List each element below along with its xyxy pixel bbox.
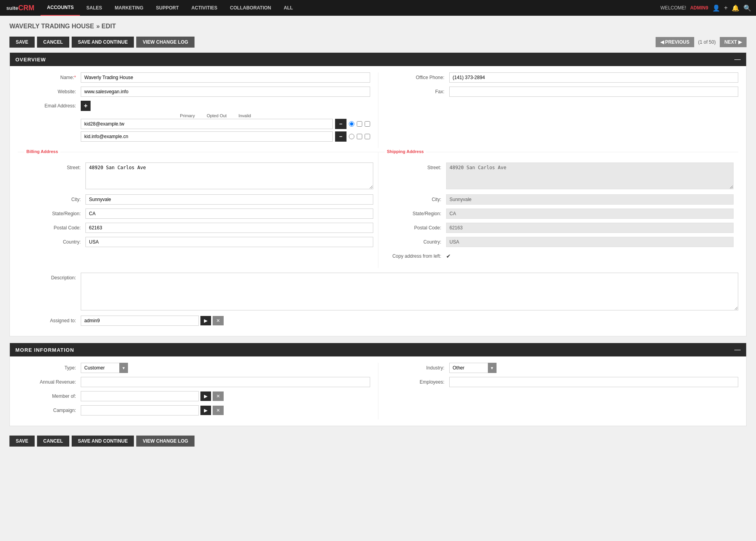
billing-city-label: City: [22, 194, 85, 202]
email-label: Email Address: [18, 101, 81, 109]
remove-email1-button[interactable]: − [335, 119, 346, 129]
email-col-invalid: Invalid [239, 113, 251, 118]
shipping-city-row: City: [383, 194, 734, 205]
copy-address-row: Copy address from left: ✔ [383, 251, 734, 259]
toolbar-buttons-bottom: SAVE CANCEL SAVE AND CONTINUE VIEW CHANG… [9, 436, 195, 447]
office-phone-input[interactable] [449, 72, 739, 83]
billing-city-input[interactable] [85, 194, 373, 205]
cancel-button-top[interactable]: CANCEL [37, 37, 69, 48]
next-button[interactable]: NEXT ▶ [720, 37, 747, 47]
campaign-clear-button[interactable]: ✕ [213, 406, 224, 415]
save-button-top[interactable]: SAVE [9, 37, 35, 48]
shipping-city-input[interactable] [446, 194, 734, 205]
description-input[interactable] [81, 273, 738, 310]
email2-invalid-checkbox[interactable] [365, 134, 370, 139]
member-of-input-row: ▶ ✕ [81, 391, 370, 401]
logo-suite: suite [6, 5, 18, 11]
remove-email2-button[interactable]: − [335, 131, 346, 142]
nav-admin-text[interactable]: ADMIN9 [690, 5, 708, 11]
member-of-clear-button[interactable]: ✕ [213, 391, 224, 401]
shipping-address-col: Shipping Address Street: 48920 San Carlo… [378, 152, 739, 268]
nav-collaboration[interactable]: COLLABORATION [224, 0, 277, 16]
save-button-bottom[interactable]: SAVE [9, 436, 35, 447]
shipping-postal-row: Postal Code: [383, 223, 734, 233]
name-input[interactable] [81, 72, 370, 83]
member-of-input[interactable] [81, 391, 199, 401]
cancel-button-bottom[interactable]: CANCEL [37, 436, 69, 447]
view-changelog-button-bottom[interactable]: VIEW CHANGE LOG [136, 436, 194, 447]
type-select[interactable]: Customer Analyst Competitor Integrator I… [81, 363, 128, 373]
member-of-select-button[interactable]: ▶ [200, 391, 211, 401]
user-icon[interactable]: 👤 [712, 4, 720, 12]
overview-two-col: Name:* Website: Email Addres [18, 72, 738, 148]
fax-input[interactable] [449, 87, 739, 97]
overview-minimize-button[interactable]: — [734, 56, 741, 63]
more-info-minimize-button[interactable]: — [734, 346, 741, 353]
shipping-state-input[interactable] [446, 209, 734, 219]
email-col-optedout: Opted Out [207, 113, 227, 118]
member-of-label: Member of: [18, 391, 81, 399]
email2-input[interactable] [81, 131, 333, 142]
nav-activities[interactable]: ACTIVITIES [185, 0, 224, 16]
page-info: (1 of 50) [696, 39, 718, 45]
save-continue-button-bottom[interactable]: SAVE AND CONTINUE [72, 436, 134, 447]
shipping-postal-input[interactable] [446, 223, 734, 233]
copy-address-check-icon: ✔ [446, 253, 451, 259]
page-account-name: WAVERLY TRADING HOUSE [9, 23, 94, 30]
more-info-right-col: Industry: Other Technology Finance Healt… [378, 363, 739, 419]
shipping-street-label: Street: [383, 162, 446, 170]
billing-city-row: City: [22, 194, 373, 205]
email1-optedout-checkbox[interactable] [357, 121, 362, 127]
overview-left-col: Name:* Website: Email Addres [18, 72, 378, 148]
logo[interactable]: suite CRM [0, 4, 41, 12]
nav-all[interactable]: ALL [278, 0, 299, 16]
nav-support[interactable]: SUPPORT [150, 0, 185, 16]
email1-invalid-checkbox[interactable] [365, 121, 370, 127]
shipping-postal-label: Postal Code: [383, 223, 446, 231]
email2-primary-radio[interactable] [349, 134, 354, 139]
employees-row: Employees: [386, 377, 739, 387]
plus-icon[interactable]: + [724, 4, 728, 11]
view-changelog-button-top[interactable]: VIEW CHANGE LOG [136, 37, 194, 48]
search-icon[interactable]: 🔍 [743, 4, 751, 12]
page-header: WAVERLY TRADING HOUSE » EDIT [0, 16, 756, 33]
nav-sales[interactable]: SALES [80, 0, 108, 16]
name-label: Name:* [18, 72, 81, 80]
assigned-input[interactable] [81, 316, 199, 326]
billing-state-label: State/Region: [22, 209, 85, 216]
shipping-state-label: State/Region: [383, 209, 446, 216]
billing-country-label: Country: [22, 237, 85, 245]
billing-street-input[interactable]: 48920 San Carlos Ave [85, 162, 373, 189]
add-email-button[interactable]: + [81, 101, 91, 111]
website-input[interactable] [81, 87, 370, 97]
shipping-country-input[interactable] [446, 237, 734, 247]
campaign-input[interactable] [81, 405, 199, 415]
annual-revenue-input[interactable] [81, 377, 370, 387]
top-navigation: suite CRM ACCOUNTS SALES MARKETING SUPPO… [0, 0, 756, 16]
employees-label: Employees: [386, 377, 449, 385]
billing-country-row: Country: [22, 237, 373, 247]
industry-select[interactable]: Other Technology Finance Healthcare Educ… [449, 363, 497, 373]
assigned-clear-button[interactable]: ✕ [213, 316, 224, 325]
employees-input[interactable] [449, 377, 739, 387]
billing-state-input[interactable] [85, 209, 373, 219]
billing-country-input[interactable] [85, 237, 373, 247]
bell-icon[interactable]: 🔔 [732, 4, 739, 12]
page-action: EDIT [102, 23, 116, 30]
shipping-street-input[interactable]: 48920 San Carlos Ave [446, 162, 734, 189]
previous-button[interactable]: ◀ PREVIOUS [656, 37, 694, 47]
nav-accounts[interactable]: ACCOUNTS [41, 0, 80, 16]
email1-input[interactable] [81, 119, 333, 129]
type-label: Type: [18, 363, 81, 371]
save-continue-button-top[interactable]: SAVE AND CONTINUE [72, 37, 134, 48]
email2-optedout-checkbox[interactable] [357, 134, 362, 139]
billing-legend: Billing Address [24, 149, 60, 154]
annual-revenue-label: Annual Revenue: [18, 377, 81, 385]
campaign-select-button[interactable]: ▶ [200, 406, 211, 415]
billing-postal-input[interactable] [85, 223, 373, 233]
industry-row: Industry: Other Technology Finance Healt… [386, 363, 739, 373]
shipping-legend: Shipping Address [385, 149, 426, 154]
assigned-select-button[interactable]: ▶ [200, 316, 211, 325]
email1-primary-radio[interactable] [349, 121, 354, 127]
nav-marketing[interactable]: MARKETING [108, 0, 150, 16]
